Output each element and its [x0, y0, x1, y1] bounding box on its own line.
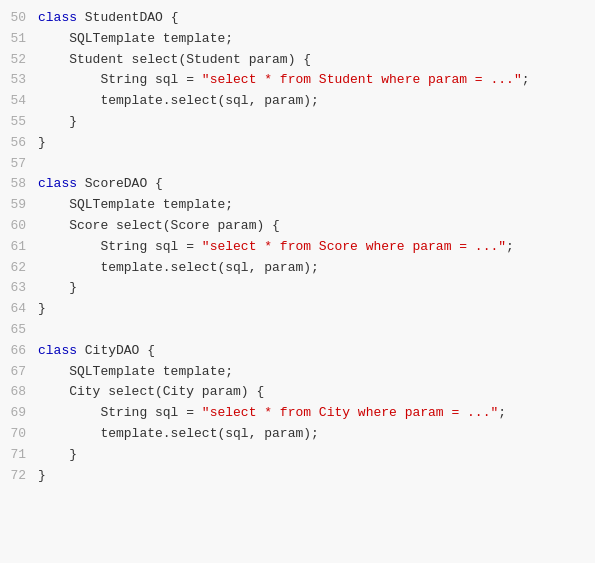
- line-content: }: [38, 112, 595, 133]
- token: ;: [225, 31, 233, 46]
- token: "select * from City where param = ...": [202, 405, 498, 420]
- code-line: 64}: [0, 299, 595, 320]
- code-line: 57: [0, 154, 595, 175]
- token: String sql =: [38, 405, 202, 420]
- token: ;: [498, 405, 506, 420]
- token: {: [147, 176, 163, 191]
- token: }: [38, 135, 46, 150]
- line-number: 55: [0, 112, 38, 133]
- line-content: template.select(sql, param);: [38, 91, 595, 112]
- token: }: [38, 468, 46, 483]
- line-content: String sql = "select * from City where p…: [38, 403, 595, 424]
- line-number: 57: [0, 154, 38, 175]
- token: "select * from Student where param = ...…: [202, 72, 522, 87]
- token: String sql =: [38, 72, 202, 87]
- line-number: 66: [0, 341, 38, 362]
- token: template.select(sql, param);: [38, 93, 319, 108]
- line-number: 56: [0, 133, 38, 154]
- token: class: [38, 176, 85, 191]
- line-number: 53: [0, 70, 38, 91]
- code-line: 54 template.select(sql, param);: [0, 91, 595, 112]
- token: SQLTemplate: [38, 31, 163, 46]
- line-content: City select(City param) {: [38, 382, 595, 403]
- token: "select * from Score where param = ...": [202, 239, 506, 254]
- line-content: SQLTemplate template;: [38, 362, 595, 383]
- line-number: 51: [0, 29, 38, 50]
- code-line: 58class ScoreDAO {: [0, 174, 595, 195]
- line-number: 61: [0, 237, 38, 258]
- line-number: 68: [0, 382, 38, 403]
- line-content: class CityDAO {: [38, 341, 595, 362]
- code-line: 71 }: [0, 445, 595, 466]
- code-line: 70 template.select(sql, param);: [0, 424, 595, 445]
- token: StudentDAO: [85, 10, 163, 25]
- code-line: 66class CityDAO {: [0, 341, 595, 362]
- token: City select(City param) {: [38, 384, 264, 399]
- token: {: [163, 10, 179, 25]
- token: }: [38, 114, 77, 129]
- token: String sql =: [38, 239, 202, 254]
- token: }: [38, 280, 77, 295]
- token: SQLTemplate template;: [38, 197, 233, 212]
- token: template.select(sql, param);: [38, 260, 319, 275]
- code-line: 60 Score select(Score param) {: [0, 216, 595, 237]
- code-line: 55 }: [0, 112, 595, 133]
- token: Student select(Student param) {: [38, 52, 311, 67]
- line-content: String sql = "select * from Score where …: [38, 237, 595, 258]
- line-content: [38, 320, 595, 341]
- token: ScoreDAO: [85, 176, 147, 191]
- line-content: class StudentDAO {: [38, 8, 595, 29]
- line-content: Score select(Score param) {: [38, 216, 595, 237]
- token: {: [139, 343, 155, 358]
- line-content: }: [38, 299, 595, 320]
- line-content: }: [38, 278, 595, 299]
- token: }: [38, 447, 77, 462]
- code-line: 51 SQLTemplate template;: [0, 29, 595, 50]
- line-content: }: [38, 445, 595, 466]
- code-line: 69 String sql = "select * from City wher…: [0, 403, 595, 424]
- token: template.select(sql, param);: [38, 426, 319, 441]
- line-content: }: [38, 466, 595, 487]
- code-line: 59 SQLTemplate template;: [0, 195, 595, 216]
- line-number: 69: [0, 403, 38, 424]
- line-content: String sql = "select * from Student wher…: [38, 70, 595, 91]
- line-number: 64: [0, 299, 38, 320]
- token: Score select(Score param) {: [38, 218, 280, 233]
- line-content: [38, 154, 595, 175]
- token: class: [38, 10, 85, 25]
- line-content: class ScoreDAO {: [38, 174, 595, 195]
- line-number: 63: [0, 278, 38, 299]
- line-number: 50: [0, 8, 38, 29]
- code-line: 53 String sql = "select * from Student w…: [0, 70, 595, 91]
- line-content: SQLTemplate template;: [38, 195, 595, 216]
- line-number: 62: [0, 258, 38, 279]
- line-number: 72: [0, 466, 38, 487]
- line-number: 67: [0, 362, 38, 383]
- code-line: 62 template.select(sql, param);: [0, 258, 595, 279]
- code-line: 72}: [0, 466, 595, 487]
- code-line: 63 }: [0, 278, 595, 299]
- line-number: 71: [0, 445, 38, 466]
- line-content: template.select(sql, param);: [38, 424, 595, 445]
- token: template: [163, 31, 225, 46]
- line-content: SQLTemplate template;: [38, 29, 595, 50]
- line-number: 59: [0, 195, 38, 216]
- line-number: 52: [0, 50, 38, 71]
- line-number: 60: [0, 216, 38, 237]
- code-line: 56}: [0, 133, 595, 154]
- token: ;: [506, 239, 514, 254]
- code-line: 50class StudentDAO {: [0, 8, 595, 29]
- line-number: 70: [0, 424, 38, 445]
- code-line: 68 City select(City param) {: [0, 382, 595, 403]
- token: ;: [522, 72, 530, 87]
- token: SQLTemplate template;: [38, 364, 233, 379]
- code-line: 52 Student select(Student param) {: [0, 50, 595, 71]
- line-content: }: [38, 133, 595, 154]
- code-line: 61 String sql = "select * from Score whe…: [0, 237, 595, 258]
- token: }: [38, 301, 46, 316]
- line-number: 58: [0, 174, 38, 195]
- code-editor: 50class StudentDAO {51 SQLTemplate templ…: [0, 0, 595, 563]
- line-content: template.select(sql, param);: [38, 258, 595, 279]
- line-number: 54: [0, 91, 38, 112]
- line-number: 65: [0, 320, 38, 341]
